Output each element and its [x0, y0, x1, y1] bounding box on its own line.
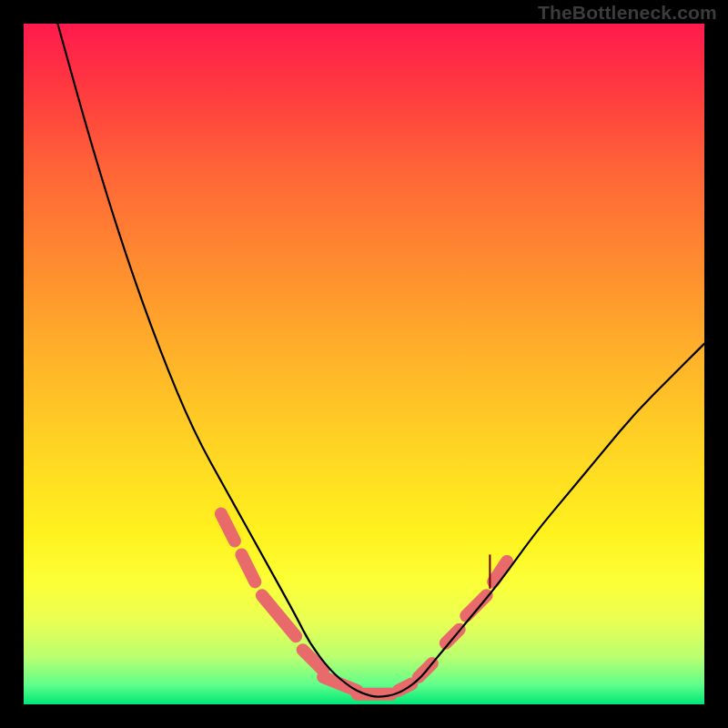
- chart-overlay-svg: [24, 24, 704, 704]
- marked-segment: [262, 595, 296, 636]
- marked-segment: [241, 554, 255, 581]
- bottleneck-curve: [57, 24, 704, 697]
- marked-segment: [303, 650, 323, 670]
- marked-segment: [493, 561, 507, 581]
- marked-points-group: [221, 514, 507, 694]
- marked-segment: [466, 595, 486, 615]
- marked-segment: [221, 514, 235, 541]
- watermark-text: TheBottleneck.com: [538, 2, 717, 24]
- marked-segment: [446, 630, 460, 643]
- chart-plot-area: [24, 24, 704, 704]
- chart-frame: TheBottleneck.com: [0, 0, 728, 728]
